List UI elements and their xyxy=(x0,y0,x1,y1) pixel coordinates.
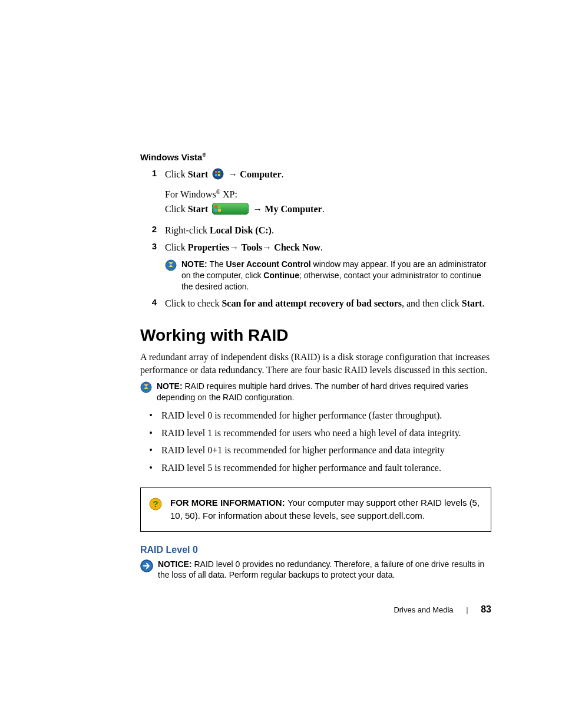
bullet-icon: • xyxy=(140,462,161,475)
step-number: 1 xyxy=(140,168,165,178)
text: For Windows xyxy=(165,189,216,199)
bullet-text: RAID level 0 is recommended for higher p… xyxy=(161,409,442,422)
svg-rect-5 xyxy=(212,203,249,215)
note-raid-drives: NOTE: RAID requires multiple hard drives… xyxy=(140,381,491,403)
svg-rect-4 xyxy=(218,174,220,176)
text: → xyxy=(250,205,265,215)
text-bold: My Computer xyxy=(265,205,322,215)
question-mark-icon: ? xyxy=(149,498,162,515)
text: → xyxy=(262,242,274,252)
registered-symbol: ® xyxy=(202,152,206,158)
list-item: • RAID level 0+1 is recommended for high… xyxy=(140,444,491,457)
heading-working-with-raid: Working with RAID xyxy=(140,326,491,345)
registered-symbol: ® xyxy=(216,188,220,195)
step-number: 4 xyxy=(140,297,165,307)
text-bold: Start xyxy=(188,205,209,215)
raid-intro-paragraph: A redundant array of independent disks (… xyxy=(140,351,491,376)
bullet-text: RAID level 5 is recommended for higher p… xyxy=(161,462,441,475)
text-bold: Scan for and attempt recovery of bad sec… xyxy=(222,298,402,308)
bullet-icon: • xyxy=(140,427,161,440)
step-body: Right-click Local Disk (C:). xyxy=(165,224,274,237)
text: . xyxy=(282,169,284,179)
text: Click to check xyxy=(165,298,222,308)
step-1: 1 Click Start → Computer. xyxy=(140,168,491,183)
start-orb-vista-icon xyxy=(212,168,224,183)
text-bold: Computer xyxy=(240,169,281,179)
svg-rect-6 xyxy=(214,205,217,208)
step-body: Click Properties→ Tools→ Check Now. xyxy=(165,241,323,254)
notice-text: NOTICE: RAID level 0 provides no redunda… xyxy=(158,559,491,581)
note-icon xyxy=(140,381,152,396)
note-text: NOTE: The User Account Control window ma… xyxy=(181,259,491,292)
text-bold: User Account Control xyxy=(226,259,310,269)
note-text: NOTE: RAID requires multiple hard drives… xyxy=(157,381,491,403)
step-body: Click Start → Computer. xyxy=(165,168,284,183)
notice-raid0: NOTICE: RAID level 0 provides no redunda… xyxy=(140,559,491,581)
bullet-icon: • xyxy=(140,409,161,422)
text: , and then click xyxy=(402,298,462,308)
for-more-information-box: ? FOR MORE INFORMATION: Your computer ma… xyxy=(140,487,491,532)
bullet-text: RAID level 1 is recommended for users wh… xyxy=(161,427,461,440)
heading-windows-vista: Windows Vista® xyxy=(140,152,491,162)
bullet-text: RAID level 0+1 is recommended for higher… xyxy=(161,444,445,457)
text: Click xyxy=(165,169,188,179)
text: . xyxy=(272,225,274,235)
text: Click xyxy=(165,205,188,215)
note-uac: NOTE: The User Account Control window ma… xyxy=(165,259,491,292)
text: RAID level 0 provides no redundancy. The… xyxy=(158,559,484,580)
text-bold: Start xyxy=(188,169,209,179)
svg-rect-1 xyxy=(215,171,217,173)
text: . xyxy=(322,205,325,215)
text: Click xyxy=(165,242,188,252)
step-4: 4 Click to check Scan for and attempt re… xyxy=(140,297,491,310)
info-label: FOR MORE INFORMATION: xyxy=(170,498,287,508)
list-item: • RAID level 1 is recommended for users … xyxy=(140,427,491,440)
raid-bullet-list: • RAID level 0 is recommended for higher… xyxy=(140,409,491,474)
svg-rect-2 xyxy=(218,171,220,173)
text-bold: Start xyxy=(462,298,482,308)
list-item: • RAID level 5 is recommended for higher… xyxy=(140,462,491,475)
step-2: 2 Right-click Local Disk (C:). xyxy=(140,224,491,237)
note-icon xyxy=(165,259,177,274)
step-1-sub: For Windows® XP: xyxy=(165,188,491,201)
svg-rect-3 xyxy=(215,174,217,176)
text: . xyxy=(320,242,323,252)
text: XP: xyxy=(220,189,237,199)
text: . xyxy=(482,298,484,308)
footer-divider: | xyxy=(466,605,468,614)
step-number: 3 xyxy=(140,241,165,251)
list-item: • RAID level 0 is recommended for higher… xyxy=(140,409,491,422)
text-bold: Check Now xyxy=(274,242,320,252)
document-page: Windows Vista® 1 Click Start → Computer.… xyxy=(0,0,562,674)
text: The xyxy=(209,259,226,269)
svg-text:?: ? xyxy=(153,499,158,509)
step-body: Click to check Scan for and attempt reco… xyxy=(165,297,484,310)
notice-icon xyxy=(140,559,153,575)
footer-section: Drives and Media xyxy=(394,605,453,614)
bullet-icon: • xyxy=(140,444,161,457)
step-3: 3 Click Properties→ Tools→ Check Now. xyxy=(140,241,491,254)
start-button-xp-icon xyxy=(212,203,249,218)
note-label: NOTE: xyxy=(157,381,184,391)
notice-label: NOTICE: xyxy=(158,559,194,569)
svg-rect-7 xyxy=(218,205,221,208)
svg-rect-8 xyxy=(214,209,217,212)
heading-text: Windows Vista xyxy=(140,152,202,162)
text: RAID requires multiple hard drives. The … xyxy=(157,381,468,402)
text-bold: Local Disk (C:) xyxy=(210,225,272,235)
text: → xyxy=(226,169,240,179)
page-number: 83 xyxy=(481,604,491,614)
heading-raid-level-0: RAID Level 0 xyxy=(140,545,491,555)
step-number: 2 xyxy=(140,224,165,234)
text: → xyxy=(229,242,241,252)
note-label: NOTE: xyxy=(181,259,209,269)
step-1-sub2: Click Start → My Computer. xyxy=(165,203,491,218)
page-footer: Drives and Media | 83 xyxy=(140,604,491,615)
text: Right-click xyxy=(165,225,210,235)
text-bold: Properties xyxy=(188,242,230,252)
svg-rect-9 xyxy=(218,209,221,212)
text-bold: Continue xyxy=(263,271,299,280)
text-bold: Tools xyxy=(241,242,262,252)
